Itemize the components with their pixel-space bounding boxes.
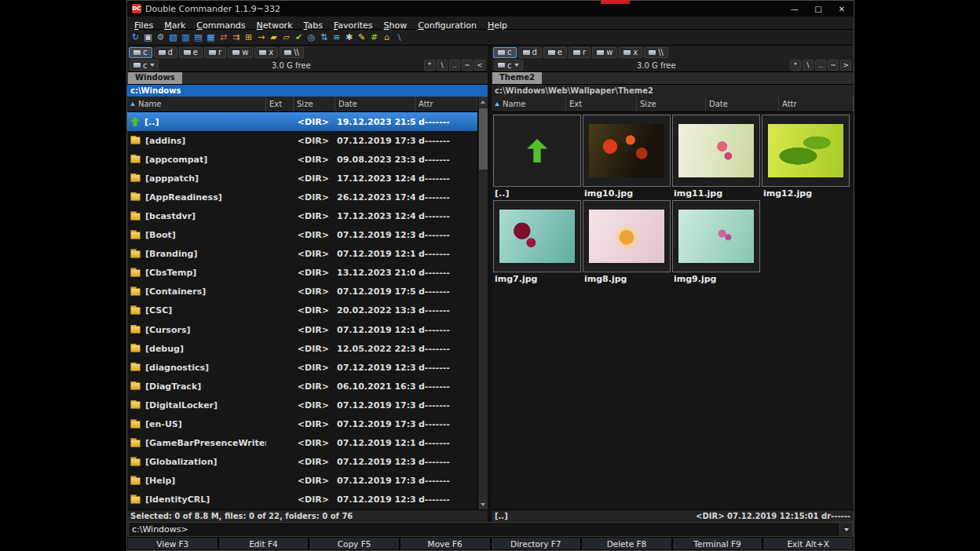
swap-panels-icon[interactable]: ⇄ <box>218 31 229 43</box>
thumbnail-img11[interactable]: img11.jpg <box>672 115 760 199</box>
column-header-attr[interactable]: Attr <box>779 97 854 111</box>
file-row-diagnostics[interactable]: [diagnostics] <DIR> 07.12.2019 12:31:03 … <box>127 358 477 377</box>
maximize-button[interactable]: □ <box>806 1 830 16</box>
column-header-name[interactable]: Name <box>492 97 566 111</box>
quick-root-left[interactable]: \ <box>437 60 448 71</box>
open-folder-icon[interactable]: ⌂ <box>381 31 393 43</box>
command-prompt[interactable]: c:\Windows> <box>132 524 839 535</box>
file-row-cursors[interactable]: [Cursors] <DIR> 07.12.2019 12:14:54 d---… <box>127 320 477 339</box>
refresh-icon[interactable]: ↻ <box>130 31 141 43</box>
column-header-size[interactable]: Size <box>294 97 335 111</box>
drive-button-r-left[interactable]: r <box>204 47 226 58</box>
file-row-help[interactable]: [Help] <DIR> 07.12.2019 17:34:32 d------… <box>127 472 477 491</box>
drive-button-w-left[interactable]: w <box>228 47 253 58</box>
file-row-containers[interactable]: [Containers] <DIR> 07.12.2019 17:58:40 d… <box>127 283 477 301</box>
quick-home-left[interactable]: ~ <box>462 60 473 71</box>
tree-view-icon[interactable]: ▧ <box>167 31 179 43</box>
quick-select-right[interactable]: * <box>790 60 801 71</box>
drive-button-r-right[interactable]: r <box>569 47 591 58</box>
drive-button-d-right[interactable]: d <box>518 47 542 58</box>
file-row-en-us[interactable]: [en-US] <DIR> 07.12.2019 17:34:32 d-----… <box>127 415 477 434</box>
path-bar-right[interactable]: c:\Windows\Web\Wallpaper\Theme2 <box>492 85 854 97</box>
file-row-gamebarpresencewriter[interactable]: [GameBarPresenceWriter] <DIR> 07.12.2019… <box>127 434 477 453</box>
drive-button-x-left[interactable]: x <box>254 47 278 58</box>
scroll-up-icon[interactable] <box>478 97 488 107</box>
move-icon[interactable]: → <box>255 31 267 43</box>
path-bar-left[interactable]: c:\Windows <box>127 85 488 97</box>
copy-icon[interactable]: ⊞ <box>243 31 254 43</box>
fn-terminal-f9[interactable]: Terminal F9 <box>673 538 762 549</box>
file-row-diagtrack[interactable]: [DiagTrack] <DIR> 06.10.2021 16:36:17 d-… <box>127 377 477 396</box>
column-header-attr[interactable]: Attr <box>415 97 477 111</box>
fn-move-f6[interactable]: Move F6 <box>400 538 490 549</box>
quick-parent-left[interactable]: .. <box>449 60 460 71</box>
thumbnail-grid[interactable]: [..] img10.jpg img <box>492 112 854 509</box>
full-view-icon[interactable]: ▤ <box>192 31 204 43</box>
file-row-addins[interactable]: [addins] <DIR> 07.12.2019 17:35:43 d----… <box>127 131 477 150</box>
column-header-name[interactable]: Name <box>127 97 266 111</box>
column-header-size[interactable]: Size <box>637 97 706 111</box>
quick-root-right[interactable]: \ <box>803 60 814 71</box>
minimize-button[interactable]: — <box>783 1 806 16</box>
column-header-ext[interactable]: Ext <box>566 97 637 111</box>
quick-home-right[interactable]: ~ <box>828 60 839 71</box>
find-files-icon[interactable]: ◎ <box>305 31 317 43</box>
drive-button-c-left[interactable]: c <box>129 47 152 58</box>
pack-icon[interactable]: ▰ <box>268 31 280 43</box>
sync-dirs-icon[interactable]: ⇅ <box>318 31 330 43</box>
thumbnail-img12[interactable]: img12.jpg <box>762 115 850 199</box>
edit-file-icon[interactable]: ✎ <box>356 31 368 43</box>
quick-parent-right[interactable]: .. <box>815 60 826 71</box>
checksum-icon[interactable]: # <box>368 31 380 43</box>
thumbnail-img10[interactable]: img10.jpg <box>583 115 671 199</box>
quick-history-left[interactable]: < <box>474 60 485 71</box>
file-row-bcastdvr[interactable]: [bcastdvr] <DIR> 17.12.2023 12:48:17 d--… <box>127 206 477 225</box>
file-row-boot[interactable]: [Boot] <DIR> 07.12.2019 12:31:03 d------… <box>127 226 477 245</box>
file-row-identitycrl[interactable]: [IdentityCRL] <DIR> 07.12.2019 12:31:03 … <box>127 491 477 509</box>
scroll-down-icon[interactable] <box>478 499 488 509</box>
file-row-globalization[interactable]: [Globalization] <DIR> 07.12.2019 12:31:0… <box>127 453 477 472</box>
drive-button-x-right[interactable]: x <box>619 47 642 58</box>
drive-button-e-left[interactable]: e <box>179 47 203 58</box>
multi-rename-icon[interactable]: ✱ <box>343 31 355 43</box>
drive-button-network-right[interactable]: \\ <box>644 47 668 58</box>
command-line[interactable]: c:\Windows> <box>128 522 853 537</box>
fn-view-f3[interactable]: View F3 <box>128 538 218 549</box>
fn-exit-altx[interactable]: Exit Alt+X <box>763 538 853 549</box>
thumbnail-img9[interactable]: img9.jpg <box>672 200 760 284</box>
file-list[interactable]: [..] <DIR> 19.12.2023 21:52:53 d------- … <box>127 112 477 509</box>
drive-combo-left[interactable]: c <box>130 60 159 71</box>
brief-view-icon[interactable]: ▥ <box>180 31 192 43</box>
drive-button-w-right[interactable]: w <box>592 47 617 58</box>
thumbnail-img8[interactable]: img8.jpg <box>583 200 671 284</box>
scrollbar-thumb[interactable] <box>479 108 488 170</box>
drive-button-e-right[interactable]: e <box>543 47 567 58</box>
scrollbar-vertical[interactable] <box>477 97 488 509</box>
options-icon[interactable]: ⚙ <box>155 31 166 43</box>
fn-delete-f8[interactable]: Delete F8 <box>582 538 671 549</box>
thumbnails-view-icon[interactable]: ▦ <box>205 31 217 43</box>
test-archive-icon[interactable]: ✔ <box>293 31 305 43</box>
quick-history-right[interactable]: > <box>840 60 851 71</box>
tab-theme2[interactable]: Theme2 <box>492 72 542 84</box>
file-row-cbstemp[interactable]: [CbsTemp] <DIR> 13.12.2023 21:02:03 d---… <box>127 264 477 283</box>
fn-copy-f5[interactable]: Copy F5 <box>309 538 399 549</box>
thumbnail-up[interactable]: [..] <box>493 115 581 199</box>
file-row-digitallocker[interactable]: [DigitalLocker] <DIR> 07.12.2019 17:34:3… <box>127 396 477 414</box>
quick-select-left[interactable]: * <box>424 60 435 71</box>
drive-button-c-right[interactable]: c <box>493 47 517 58</box>
compare-contents-icon[interactable]: ≡ <box>331 31 342 43</box>
file-row-up[interactable]: [..] <DIR> 19.12.2023 21:52:53 d------- <box>127 112 477 131</box>
file-row-apppatch[interactable]: [apppatch] <DIR> 17.12.2023 12:48:17 d--… <box>127 169 477 188</box>
file-row-appreadiness[interactable]: [AppReadiness] <DIR> 26.12.2023 17:41:40… <box>127 188 477 206</box>
column-header-ext[interactable]: Ext <box>266 97 294 111</box>
drive-button-network-left[interactable]: \\ <box>280 47 304 58</box>
terminal-icon[interactable]: ▣ <box>142 31 154 43</box>
close-button[interactable]: ✕ <box>830 1 854 16</box>
thumbnail-img7[interactable]: img7.jpg <box>493 200 581 284</box>
fn-edit-f4[interactable]: Edit F4 <box>219 538 309 549</box>
dropdown-arrow-icon[interactable] <box>839 523 852 536</box>
drive-combo-right[interactable]: c <box>494 60 523 71</box>
file-row-csc[interactable]: [CSC] <DIR> 20.02.2022 13:35:56 d------- <box>127 301 477 320</box>
fn-directory-f7[interactable]: Directory F7 <box>492 538 581 549</box>
